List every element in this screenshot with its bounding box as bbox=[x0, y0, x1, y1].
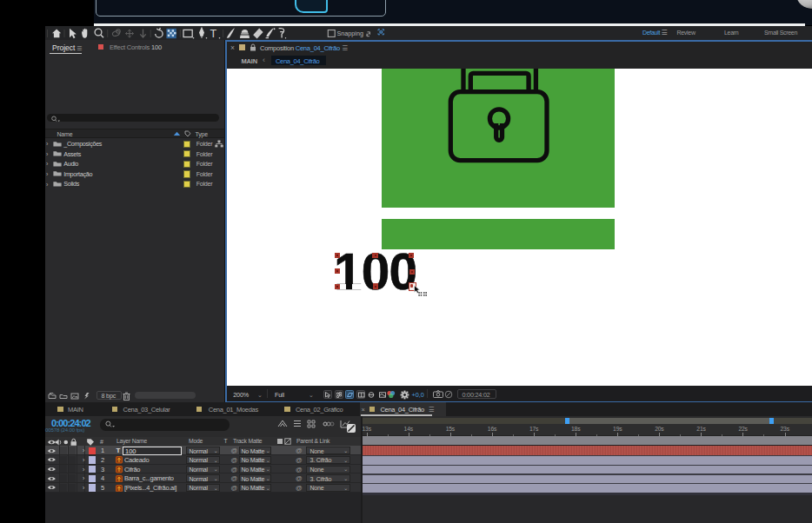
svg-text:T: T bbox=[210, 27, 217, 39]
svg-text:Snapping: Snapping bbox=[337, 30, 363, 37]
